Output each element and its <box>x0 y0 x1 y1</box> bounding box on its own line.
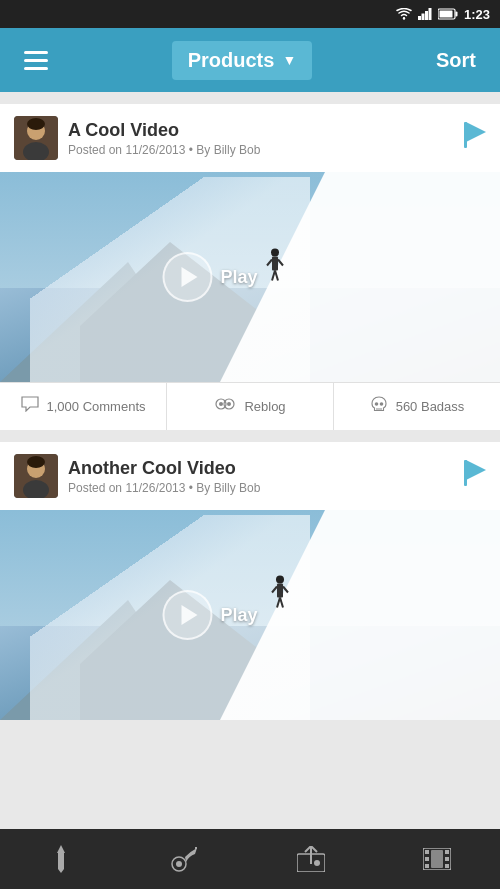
comments-label-1: 1,000 Comments <box>47 399 146 414</box>
svg-line-37 <box>272 587 277 593</box>
post-title-1: A Cool Video <box>68 120 464 141</box>
sort-button[interactable]: Sort <box>428 41 484 80</box>
svg-rect-36 <box>277 584 283 598</box>
reblog-icon-1 <box>214 396 236 417</box>
svg-rect-42 <box>58 853 64 869</box>
svg-point-0 <box>403 17 405 19</box>
hamburger-line-1 <box>24 51 48 54</box>
hamburger-line-2 <box>24 59 48 62</box>
status-icons: 1:23 <box>396 7 490 22</box>
svg-marker-41 <box>57 845 65 853</box>
play-circle-2 <box>162 590 212 640</box>
svg-rect-50 <box>425 850 429 854</box>
dropdown-arrow-icon: ▼ <box>282 52 296 68</box>
comment-svg <box>21 396 39 412</box>
comments-action-1[interactable]: 1,000 Comments <box>0 383 167 430</box>
video-thumbnail-1[interactable]: Play <box>0 172 500 382</box>
post-card-1: A Cool Video Posted on 11/26/2013 • By B… <box>0 104 500 430</box>
video-bg-1: Play <box>0 172 500 382</box>
play-button-2[interactable]: Play <box>162 590 257 640</box>
svg-rect-15 <box>272 256 278 270</box>
svg-rect-56 <box>431 850 443 868</box>
play-label-1: Play <box>220 267 257 288</box>
svg-line-38 <box>283 587 288 593</box>
battery-icon <box>438 8 458 20</box>
svg-point-45 <box>176 861 182 867</box>
flag-svg-2 <box>464 460 486 486</box>
svg-rect-51 <box>445 850 449 854</box>
reblog-svg <box>214 396 236 412</box>
svg-point-25 <box>379 402 383 406</box>
svg-rect-2 <box>421 14 424 21</box>
flag-icon-2[interactable] <box>464 460 486 492</box>
nav-item-video[interactable] <box>407 840 467 878</box>
svg-rect-7 <box>439 11 452 18</box>
reblog-action-1[interactable]: Reblog <box>167 383 334 430</box>
svg-point-32 <box>27 456 45 468</box>
svg-line-16 <box>267 259 272 265</box>
badass-label-1: 560 Badass <box>396 399 465 414</box>
play-button-1[interactable]: Play <box>162 252 257 302</box>
svg-point-35 <box>276 576 284 584</box>
post-header-2: Another Cool Video Posted on 11/26/2013 … <box>0 442 500 510</box>
video-thumbnail-2[interactable]: Play <box>0 510 500 720</box>
bottom-nav <box>0 829 500 889</box>
svg-point-11 <box>27 118 45 130</box>
svg-line-17 <box>278 259 283 265</box>
badass-action-1[interactable]: 560 Badass <box>334 383 500 430</box>
film-icon <box>423 848 451 870</box>
nav-item-write[interactable] <box>33 837 89 881</box>
post-meta-1: Posted on 11/26/2013 • By Billy Bob <box>68 143 464 157</box>
person-figure-1 <box>265 247 285 286</box>
status-time: 1:23 <box>464 7 490 22</box>
post-info-1: A Cool Video Posted on 11/26/2013 • By B… <box>68 120 464 157</box>
skull-svg <box>370 395 388 413</box>
nav-item-photos[interactable] <box>281 838 341 880</box>
products-dropdown[interactable]: Products ▼ <box>172 41 313 80</box>
svg-line-19 <box>275 270 278 280</box>
play-label-2: Play <box>220 605 257 626</box>
person-svg-2 <box>270 575 290 610</box>
svg-point-24 <box>374 402 378 406</box>
wifi-icon <box>396 8 412 20</box>
flag-svg-1 <box>464 122 486 148</box>
hamburger-line-3 <box>24 67 48 70</box>
flag-icon-1[interactable] <box>464 122 486 154</box>
video-bg-2: Play <box>0 510 500 720</box>
play-circle-1 <box>162 252 212 302</box>
signal-icon <box>418 8 432 20</box>
svg-line-40 <box>280 598 283 608</box>
hamburger-button[interactable] <box>16 43 56 78</box>
skull-icon-1 <box>370 395 388 418</box>
avatar-1 <box>14 116 58 160</box>
svg-point-48 <box>314 860 320 866</box>
status-bar: 1:23 <box>0 0 500 28</box>
post-card-2: Another Cool Video Posted on 11/26/2013 … <box>0 442 500 720</box>
svg-rect-6 <box>455 12 457 17</box>
person-figure-2 <box>270 575 290 614</box>
photo-upload-icon <box>297 846 325 872</box>
svg-rect-4 <box>428 8 431 20</box>
gramophone-icon <box>171 846 199 872</box>
avatar-image-1 <box>14 116 58 160</box>
post-title-2: Another Cool Video <box>68 458 464 479</box>
post-header-1: A Cool Video Posted on 11/26/2013 • By B… <box>0 104 500 172</box>
post-info-2: Another Cool Video Posted on 11/26/2013 … <box>68 458 464 495</box>
nav-item-audio[interactable] <box>155 838 215 880</box>
svg-marker-12 <box>466 122 486 142</box>
svg-marker-33 <box>466 460 486 480</box>
content-area: A Cool Video Posted on 11/26/2013 • By B… <box>0 92 500 829</box>
svg-rect-53 <box>445 864 449 868</box>
comment-icon-1 <box>21 396 39 417</box>
avatar-2 <box>14 454 58 498</box>
pen-icon <box>49 845 73 873</box>
svg-rect-52 <box>425 864 429 868</box>
svg-rect-1 <box>418 16 421 20</box>
svg-rect-3 <box>425 11 428 20</box>
svg-marker-43 <box>58 869 64 873</box>
avatar-image-2 <box>14 454 58 498</box>
action-bar-1: 1,000 Comments Reblog <box>0 382 500 430</box>
svg-point-22 <box>219 402 223 406</box>
post-meta-2: Posted on 11/26/2013 • By Billy Bob <box>68 481 464 495</box>
svg-rect-34 <box>464 460 467 486</box>
